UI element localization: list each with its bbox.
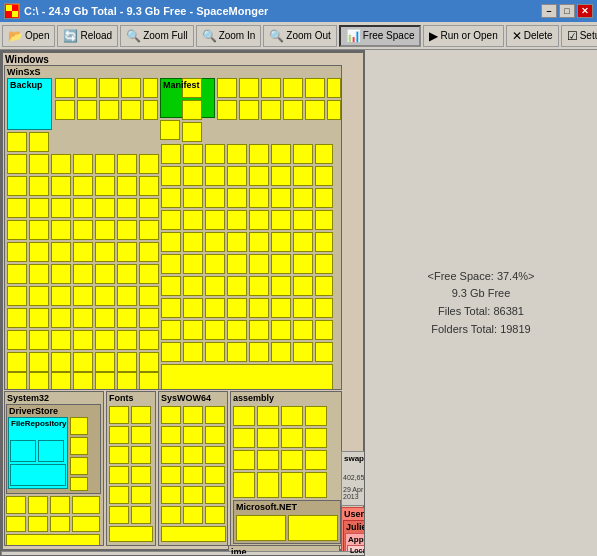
tm-block[interactable]	[29, 352, 49, 372]
tm-block[interactable]	[271, 166, 291, 186]
tm-block[interactable]	[281, 428, 303, 448]
tm-block[interactable]	[51, 308, 71, 328]
tm-block[interactable]	[293, 298, 313, 318]
tm-block[interactable]	[161, 144, 181, 164]
tm-block[interactable]	[70, 437, 88, 455]
users-folder[interactable]: Users Julien AppData Local	[341, 507, 365, 556]
tm-block[interactable]	[73, 198, 93, 218]
tm-block[interactable]	[315, 276, 333, 296]
fonts-folder[interactable]: Fonts	[106, 391, 156, 546]
tm-block[interactable]	[29, 264, 49, 284]
tm-block[interactable]	[205, 426, 225, 444]
tm-block[interactable]	[257, 428, 279, 448]
tm-block[interactable]	[7, 308, 27, 328]
tm-block[interactable]	[72, 496, 100, 514]
tm-block[interactable]	[161, 298, 181, 318]
tm-block[interactable]	[29, 176, 49, 196]
tm-block[interactable]	[109, 466, 129, 484]
system32-folder[interactable]: System32 DriverStore FileRepository	[4, 391, 104, 546]
tm-block[interactable]	[227, 298, 247, 318]
tm-block[interactable]	[7, 220, 27, 240]
tm-block[interactable]	[249, 342, 269, 362]
tm-block[interactable]	[10, 440, 36, 462]
tm-block[interactable]	[160, 120, 180, 140]
tm-block[interactable]	[205, 188, 225, 208]
tm-block[interactable]	[205, 320, 225, 340]
tm-block[interactable]	[131, 446, 151, 464]
tm-block[interactable]	[72, 516, 100, 532]
tm-block[interactable]	[131, 506, 151, 524]
tm-block[interactable]	[183, 466, 203, 484]
tm-block[interactable]	[29, 372, 49, 390]
driverstore-folder[interactable]: DriverStore FileRepository	[6, 404, 101, 494]
filerepository-folder[interactable]: FileRepository	[8, 417, 68, 489]
tm-block[interactable]	[70, 457, 88, 475]
tm-block[interactable]	[29, 154, 49, 174]
tm-block[interactable]	[227, 232, 247, 252]
windows-folder[interactable]: Windows WinSxS Backup Manifest	[1, 51, 365, 551]
tm-block[interactable]	[161, 188, 181, 208]
tm-block[interactable]	[271, 210, 291, 230]
tm-block[interactable]	[143, 100, 158, 120]
tm-block[interactable]	[227, 210, 247, 230]
tm-block[interactable]	[139, 372, 159, 390]
tm-block[interactable]	[183, 210, 203, 230]
local-folder[interactable]: Local	[347, 545, 365, 555]
tm-block[interactable]	[161, 276, 181, 296]
tm-block[interactable]	[161, 446, 181, 464]
tm-block[interactable]	[55, 100, 75, 120]
tm-block[interactable]	[315, 254, 333, 274]
tm-block[interactable]	[183, 144, 203, 164]
tm-block[interactable]	[161, 526, 226, 542]
tm-block[interactable]	[293, 232, 313, 252]
tm-block[interactable]	[117, 242, 137, 262]
tm-block[interactable]	[293, 166, 313, 186]
tm-block[interactable]	[233, 428, 255, 448]
tm-block[interactable]	[161, 426, 181, 444]
tm-block[interactable]	[95, 308, 115, 328]
tm-block[interactable]	[95, 286, 115, 306]
tm-block[interactable]	[257, 472, 279, 498]
tm-block[interactable]	[51, 286, 71, 306]
tm-block[interactable]	[139, 198, 159, 218]
tm-block[interactable]	[7, 154, 27, 174]
free-space-button[interactable]: 📊 Free Space	[339, 25, 422, 47]
tm-block[interactable]	[95, 154, 115, 174]
syswow64-folder[interactable]: SysWOW64	[158, 391, 228, 546]
tm-block[interactable]	[51, 220, 71, 240]
tm-block[interactable]	[29, 242, 49, 262]
tm-block[interactable]	[109, 446, 129, 464]
tm-block[interactable]	[121, 78, 141, 98]
tm-block[interactable]	[205, 254, 225, 274]
tm-block[interactable]	[131, 426, 151, 444]
tm-block[interactable]	[249, 320, 269, 340]
tm-block[interactable]	[293, 342, 313, 362]
tm-block[interactable]	[51, 154, 71, 174]
tm-block[interactable]	[109, 426, 129, 444]
tm-block[interactable]	[73, 176, 93, 196]
tm-block[interactable]	[305, 428, 327, 448]
tm-block[interactable]	[161, 254, 181, 274]
tm-block[interactable]	[161, 364, 333, 390]
assembly-folder[interactable]: assembly Microsoft.NET	[230, 391, 342, 546]
tm-block[interactable]	[183, 342, 203, 362]
tm-block[interactable]	[249, 276, 269, 296]
tm-block[interactable]	[77, 78, 97, 98]
tm-block[interactable]	[73, 372, 93, 390]
tm-block[interactable]	[227, 276, 247, 296]
tm-block[interactable]	[183, 232, 203, 252]
tm-block[interactable]	[77, 100, 97, 120]
reload-button[interactable]: 🔄 Reload	[57, 25, 118, 47]
tm-block[interactable]	[73, 154, 93, 174]
tm-block[interactable]	[249, 298, 269, 318]
tm-block[interactable]	[227, 254, 247, 274]
run-or-open-button[interactable]: ▶ Run or Open	[423, 25, 503, 47]
tm-block[interactable]	[7, 352, 27, 372]
tm-block[interactable]	[51, 264, 71, 284]
tm-block[interactable]	[183, 446, 203, 464]
tm-block[interactable]	[315, 210, 333, 230]
tm-block[interactable]	[29, 198, 49, 218]
tm-block[interactable]	[51, 372, 71, 390]
tm-block[interactable]	[271, 188, 291, 208]
zoom-out-button[interactable]: 🔍 Zoom Out	[263, 25, 336, 47]
